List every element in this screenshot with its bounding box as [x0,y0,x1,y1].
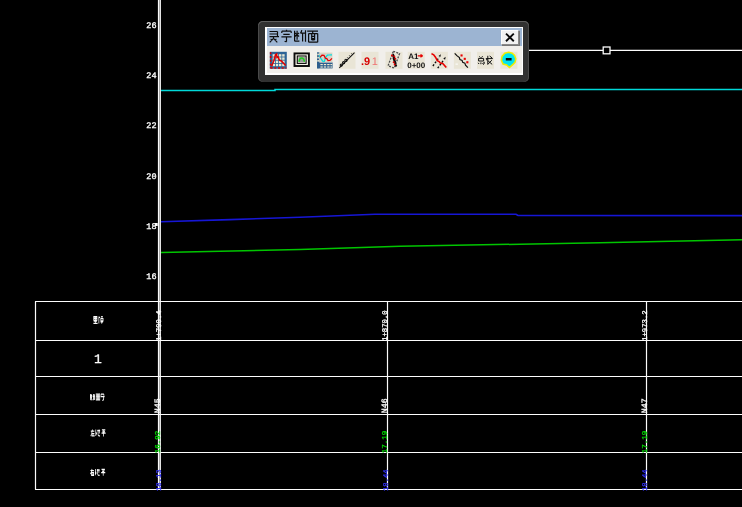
svg-text:0+00: 0+00 [407,60,426,69]
svg-text:24: 24 [146,71,156,81]
svg-text:16.92: 16.92 [154,431,163,454]
svg-text:18.44: 18.44 [383,469,391,491]
svg-text:18: 18 [146,222,156,232]
svg-text:26: 26 [146,21,156,31]
svg-text:N46: N46 [381,398,390,413]
svg-text:20: 20 [146,172,156,182]
svg-text:16: 16 [146,272,156,282]
svg-text:22: 22 [146,121,156,131]
svg-text:1: 1 [94,352,102,367]
svg-text:17.19: 17.19 [381,431,390,454]
svg-text:N45: N45 [154,398,163,413]
svg-text:1+973.2: 1+973.2 [642,310,650,341]
svg-text:N47: N47 [641,398,650,413]
svg-text:1: 1 [371,56,377,68]
svg-text:1+870.0: 1+870.0 [382,310,390,341]
svg-text:18.13: 18.13 [156,469,164,491]
svg-text:18.44: 18.44 [642,469,650,491]
svg-text:1+790.4: 1+790.4 [156,310,164,341]
svg-text:17.19: 17.19 [641,431,650,454]
svg-text:.9: .9 [361,56,370,68]
